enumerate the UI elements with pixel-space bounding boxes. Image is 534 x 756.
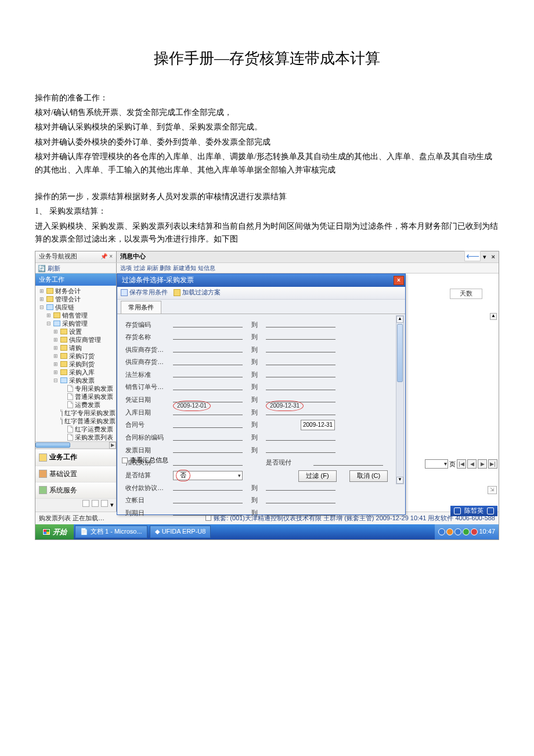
cancel-button[interactable]: 取消 (C) [349, 470, 388, 482]
toolbar-label: 保存常用条件 [129, 287, 168, 298]
page-first-button[interactable]: |◀ [457, 459, 466, 469]
voucher-date-from-input[interactable]: 2009-12-01 [173, 402, 243, 402]
content-area: 天数 ▲ 页 |◀ ◀ ▶ ▶| ⇲ 过滤条件选择-采购发票 × [117, 273, 499, 512]
start-button[interactable]: 开始 [35, 524, 74, 539]
inbound-date-to-input[interactable] [266, 415, 335, 415]
filter-button[interactable]: 过滤 (F) [298, 470, 337, 482]
para: 核对并确认采购模块的采购订单、到货单、采购发票全部完成。 [35, 121, 499, 134]
taskbar-app-ufida[interactable]: ◆ UFIDA ERP-U8 [150, 525, 211, 538]
contract-to-input[interactable]: 2009-12-31 [301, 420, 335, 430]
inventory-code-from-input[interactable] [173, 327, 243, 327]
word-icon: 📄 [80, 527, 88, 537]
dropdown-icon[interactable]: ▾ [110, 500, 114, 510]
tray-icon[interactable] [454, 528, 461, 535]
book-date-to-input[interactable] [266, 503, 335, 503]
load-filter-scheme-button[interactable]: 加载过滤方案 [174, 287, 221, 298]
export-icon[interactable]: ⇲ [488, 486, 497, 494]
is-settled-dropdown[interactable]: 否 [173, 471, 243, 480]
tray-icon[interactable] [471, 528, 478, 535]
sidebar-tab-business[interactable]: 业务工作 [35, 449, 116, 465]
page-dropdown[interactable] [425, 459, 448, 469]
sales-order-from-input[interactable] [173, 390, 243, 390]
system-tray[interactable]: 10:47 [435, 524, 499, 539]
back-arrow-icon[interactable]: ⟵ [464, 251, 481, 261]
supplier-inv-from-input[interactable] [173, 352, 243, 352]
toolbar-label: 加载过滤方案 [182, 287, 221, 298]
nav-tree[interactable]: ⊞财务会计 ⊞管理会计 ⊟供应链 ⊞销售管理 ⊟采购管理 ⊞设置 ⊞供应商管理 … [35, 286, 116, 441]
scroll-up-icon[interactable]: ▲ [396, 316, 403, 323]
inventory-name-to-input[interactable] [266, 339, 335, 340]
taskbar-app-word[interactable]: 📄 文档 1 - Microso... [75, 525, 147, 538]
tray-icon[interactable] [463, 528, 470, 535]
refresh-button[interactable]: 🔄 刷新 [35, 263, 117, 273]
status-left: 购发票列表 正在加载… [39, 513, 104, 524]
page-last-button[interactable]: ▶| [488, 459, 497, 469]
mini-icon[interactable] [92, 500, 99, 507]
invoice-date-to-input[interactable] [266, 452, 335, 453]
tree-horizontal-scrollbar[interactable]: ▶ [35, 441, 116, 448]
sidebar-tab-base-settings[interactable]: 基础设置 [35, 466, 116, 482]
windows-taskbar: 开始 📄 文档 1 - Microso... ◆ UFIDA ERP-U8 10… [35, 524, 499, 539]
cash-pay-input[interactable] [313, 465, 383, 466]
inventory-code-to-input[interactable] [266, 327, 335, 327]
dropdown-icon[interactable]: ▾ [483, 253, 486, 260]
pagination-controls: 页 |◀ ◀ ▶ ▶| [425, 459, 497, 470]
service-icon [39, 486, 47, 494]
dialog-close-button[interactable]: × [394, 276, 404, 285]
refresh-icon: 🔄 [38, 265, 46, 272]
para: 1、 采购发票结算： [35, 205, 499, 218]
due-date-from-input[interactable] [173, 515, 243, 516]
to-label: 到 [243, 332, 266, 343]
pin-icon[interactable]: 📌 [100, 253, 107, 260]
message-center-close-icon[interactable]: × [492, 253, 495, 260]
page-next-button[interactable]: ▶ [478, 459, 487, 469]
book-date-from-input[interactable] [173, 503, 243, 503]
scroll-down-icon[interactable]: ▼ [396, 477, 403, 484]
supplier-inv2-to-input[interactable] [266, 365, 335, 365]
flange-from-input[interactable] [173, 377, 243, 377]
mini-icon[interactable] [82, 500, 89, 507]
help-icon[interactable] [487, 507, 494, 514]
nav-panel-header: 业务导航视图 📌 × [35, 251, 117, 262]
save-common-conditions-button[interactable]: 保存常用条件 [121, 287, 168, 298]
supplier-inv2-from-input[interactable] [173, 365, 243, 365]
view-summary-checkbox[interactable]: 查看汇总信息 [122, 455, 168, 466]
save-icon [121, 289, 128, 296]
form-scrollbar[interactable]: ▲ ▼ [396, 315, 404, 484]
mini-icon[interactable] [101, 500, 108, 507]
sales-order-to-input[interactable] [266, 390, 335, 390]
field-label: 合同标的编码 [125, 433, 173, 443]
scroll-up-icon[interactable]: ▲ [490, 313, 497, 320]
scroll-right-icon[interactable]: ▶ [109, 442, 116, 449]
sidebar-tab-system-service[interactable]: 系统服务 [35, 482, 116, 498]
nav-panel-title: 业务导航视图 [39, 251, 77, 262]
inventory-name-from-input[interactable] [173, 339, 243, 340]
tax-type-input[interactable] [173, 465, 243, 466]
message-toolbar[interactable]: 选项 过滤 刷新 删除 新建通知 短信息 [117, 263, 499, 273]
payment-agreement-to-input[interactable] [266, 490, 335, 491]
field-label: 存货名称 [125, 332, 173, 343]
field-label: 存货编码 [125, 320, 173, 330]
inbound-date-from-input[interactable] [173, 415, 243, 415]
filter-form: ▲ ▼ 存货编码到 存货名称到 供应商存货…到 供应商存货…到 法兰标准到 销售… [117, 314, 405, 485]
contract-from-input[interactable] [173, 427, 243, 428]
tray-icon[interactable] [438, 528, 445, 535]
windows-logo-icon [42, 528, 50, 535]
supplier-inv-to-input[interactable] [266, 352, 335, 352]
para: 核对并确认库存管理模块的各仓库的入库单、出库单、调拨单/形态转换单及其自动生成的… [35, 150, 499, 177]
tray-icon[interactable] [446, 528, 453, 535]
to-label: 到 [243, 345, 266, 355]
invoice-date-from-input[interactable] [173, 452, 243, 453]
contract-item-from-input[interactable] [173, 440, 243, 441]
tab-common-conditions[interactable]: 常用条件 [121, 301, 161, 314]
to-label: 到 [243, 433, 266, 443]
page-prev-button[interactable]: ◀ [467, 459, 477, 469]
voucher-date-to-input[interactable]: 2009-12-31 [266, 402, 335, 402]
contract-item-to-input[interactable] [266, 440, 335, 441]
sidebar-header: 业务工作 [35, 273, 116, 286]
due-date-to-input[interactable] [266, 515, 335, 516]
flange-to-input[interactable] [266, 377, 335, 377]
to-label: 到 [243, 382, 266, 393]
panel-close-icon[interactable]: × [109, 253, 113, 260]
payment-agreement-from-input[interactable] [173, 490, 243, 491]
